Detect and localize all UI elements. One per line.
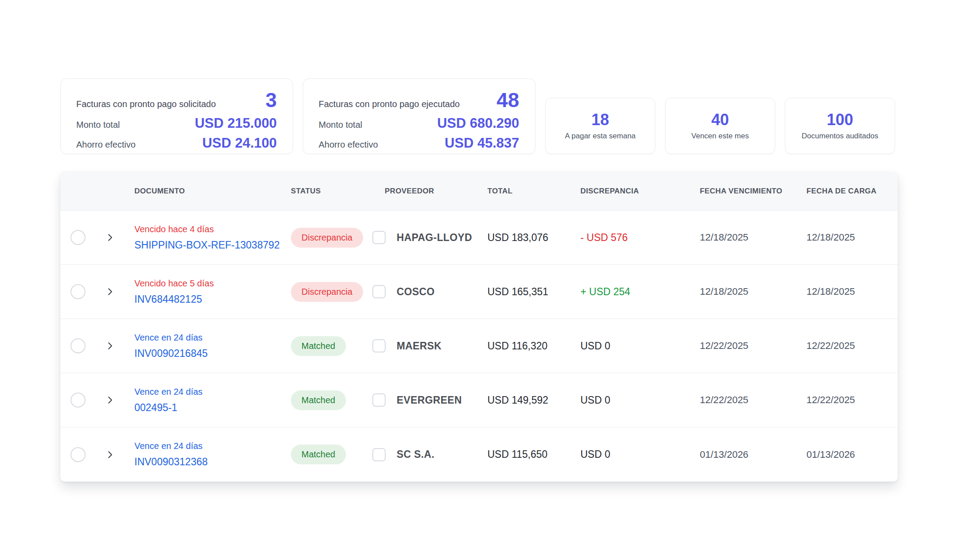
chevron-right-icon (106, 342, 114, 350)
provider-checkbox[interactable] (372, 339, 386, 352)
header-proveedor: PROVEEDOR (369, 187, 486, 196)
discrepancy-amount: USD 0 (580, 340, 610, 352)
due-date: 12/22/2025 (700, 340, 748, 351)
due-note: Vence en 24 días (134, 387, 287, 397)
row-select-radio[interactable] (71, 447, 85, 462)
document-link[interactable]: INV684482125 (134, 293, 287, 305)
card-count: 48 (497, 90, 519, 110)
table-row: Vencido hace 4 días SHIPPING-BOX-REF-130… (60, 211, 898, 265)
due-date: 12/18/2025 (700, 232, 748, 243)
total-amount: USD 165,351 (487, 286, 548, 297)
monto-total-label: Monto total (76, 120, 120, 130)
monto-total-value: USD 680.290 (437, 116, 519, 130)
total-amount: USD 115,650 (487, 449, 547, 460)
ahorro-efectivo-label: Ahorro efectivo (319, 140, 378, 150)
discrepancy-amount: USD 0 (580, 394, 610, 406)
status-badge: Discrepancia (291, 282, 363, 302)
document-link[interactable]: INV0090312368 (134, 456, 287, 468)
due-note: Vence en 24 días (134, 333, 287, 343)
stat-value: 100 (827, 112, 853, 128)
provider-checkbox[interactable] (372, 393, 386, 407)
due-note: Vence en 24 días (134, 441, 287, 451)
row-expand-button[interactable] (96, 451, 124, 459)
stat-value: 18 (591, 112, 609, 128)
total-amount: USD 149,592 (487, 394, 548, 406)
chevron-right-icon (106, 451, 114, 459)
upload-date: 12/18/2025 (806, 232, 855, 243)
header-documento: DOCUMENTO (124, 187, 287, 196)
provider-name: SC S.A. (397, 449, 435, 460)
provider-checkbox[interactable] (372, 231, 386, 244)
card-count: 3 (265, 90, 277, 110)
document-link[interactable]: 002495-1 (134, 402, 287, 414)
status-badge: Matched (291, 390, 346, 410)
discrepancy-amount: + USD 254 (580, 286, 630, 297)
due-date: 12/18/2025 (700, 286, 748, 297)
card-title: Facturas con pronto pago solicitado (76, 99, 216, 109)
stat-label: A pagar esta semana (565, 132, 636, 141)
due-date: 12/22/2025 (700, 394, 748, 405)
row-select-radio[interactable] (71, 284, 85, 299)
table-row: Vence en 24 días INV0090312368 Matched S… (60, 427, 898, 482)
ahorro-efectivo-value: USD 45.837 (445, 136, 519, 150)
card-vencen-este-mes: 40 Vencen este mes (665, 98, 775, 154)
stat-value: 40 (711, 112, 729, 128)
table-row: Vence en 24 días INV0090216845 Matched M… (60, 319, 898, 373)
table-row: Vence en 24 días 002495-1 Matched EVERGR… (60, 373, 898, 427)
header-fecha-carga: FECHA DE CARGA (803, 187, 898, 196)
document-link[interactable]: SHIPPING-BOX-REF-13038792 (134, 239, 287, 251)
upload-date: 12/18/2025 (806, 286, 855, 297)
row-select-radio[interactable] (71, 393, 85, 408)
provider-name: HAPAG-LLOYD (397, 232, 472, 244)
card-title: Facturas con pronto pago ejecutado (319, 99, 460, 109)
card-pronto-pago-ejecutado: Facturas con pronto pago ejecutado 48 Mo… (303, 78, 535, 154)
discrepancy-amount: - USD 576 (580, 232, 628, 243)
total-amount: USD 116,320 (487, 340, 547, 352)
chevron-right-icon (106, 288, 114, 296)
summary-section: Facturas con pronto pago solicitado 3 Mo… (60, 78, 898, 154)
header-discrepancia: DISCREPANCIA (580, 187, 695, 196)
provider-name: MAERSK (397, 340, 442, 352)
monto-total-value: USD 215.000 (195, 116, 277, 130)
header-fecha-vencimiento: FECHA VENCIMIENTO (695, 187, 803, 196)
table-header-row: DOCUMENTO STATUS PROVEEDOR TOTAL DISCREP… (60, 172, 898, 211)
upload-date: 12/22/2025 (806, 394, 855, 405)
monto-total-label: Monto total (319, 120, 362, 130)
invoices-table: DOCUMENTO STATUS PROVEEDOR TOTAL DISCREP… (60, 172, 898, 482)
provider-checkbox[interactable] (372, 448, 386, 461)
total-amount: USD 183,076 (487, 232, 548, 243)
chevron-right-icon (106, 234, 114, 241)
card-documentos-auditados: 100 Documentos auditados (785, 98, 895, 154)
card-pronto-pago-solicitado: Facturas con pronto pago solicitado 3 Mo… (60, 78, 293, 154)
status-badge: Discrepancia (291, 228, 363, 248)
ahorro-efectivo-label: Ahorro efectivo (76, 140, 136, 150)
stat-label: Documentos auditados (802, 132, 878, 141)
status-badge: Matched (291, 445, 346, 464)
document-link[interactable]: INV0090216845 (134, 348, 287, 360)
provider-name: EVERGREEN (397, 394, 462, 406)
card-a-pagar-esta-semana: 18 A pagar esta semana (545, 98, 655, 154)
row-expand-button[interactable] (96, 342, 124, 350)
discrepancy-amount: USD 0 (580, 449, 610, 460)
header-total: TOTAL (486, 187, 580, 196)
chevron-right-icon (106, 396, 114, 404)
row-expand-button[interactable] (96, 396, 124, 404)
upload-date: 12/22/2025 (806, 340, 855, 351)
ahorro-efectivo-value: USD 24.100 (202, 136, 277, 150)
status-badge: Matched (291, 336, 346, 356)
provider-checkbox[interactable] (372, 285, 386, 298)
row-select-radio[interactable] (71, 230, 85, 245)
stat-label: Vencen este mes (691, 132, 749, 141)
table-row: Vencido hace 5 días INV684482125 Discrep… (60, 265, 898, 319)
row-expand-button[interactable] (96, 234, 124, 241)
due-date: 01/13/2026 (700, 449, 748, 460)
provider-name: COSCO (397, 286, 435, 298)
due-note: Vencido hace 5 días (134, 278, 287, 289)
upload-date: 01/13/2026 (806, 449, 855, 460)
header-status: STATUS (287, 187, 369, 196)
row-expand-button[interactable] (96, 288, 124, 296)
row-select-radio[interactable] (71, 338, 85, 353)
due-note: Vencido hace 4 días (134, 224, 287, 234)
